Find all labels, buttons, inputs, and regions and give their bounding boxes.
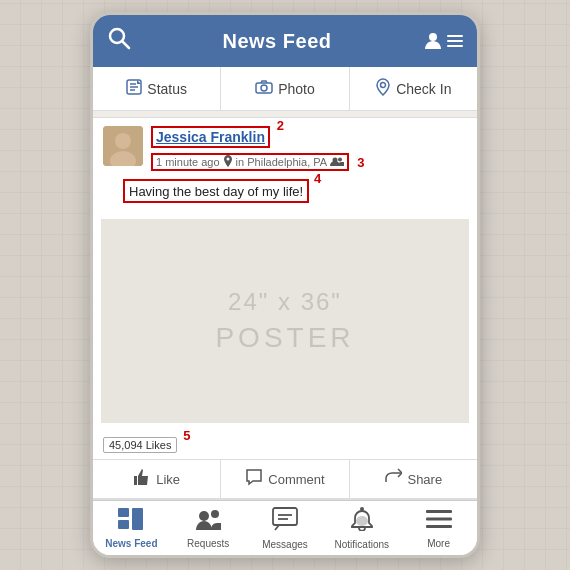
poster-size: 24" x 36"	[215, 288, 354, 316]
post-meta: Jessica Franklin 2 1 minute ago in	[151, 126, 467, 171]
nav-label-messages: Messages	[262, 539, 308, 550]
action-bar: Status Photo Check In	[93, 67, 477, 111]
status-icon	[126, 79, 142, 99]
user-name[interactable]: Jessica Franklin	[156, 129, 265, 145]
location-icon	[223, 155, 233, 169]
svg-line-1	[123, 42, 130, 49]
comment-button[interactable]: Comment	[221, 460, 349, 498]
nav-label-notifications: Notifications	[335, 539, 389, 550]
bottom-nav: News Feed Requests	[93, 500, 477, 555]
badge-2: 2	[277, 118, 284, 133]
svg-rect-18	[132, 508, 143, 530]
header-title: News Feed	[223, 30, 332, 53]
svg-rect-17	[118, 520, 129, 529]
svg-point-13	[226, 158, 229, 161]
search-icon[interactable]	[107, 26, 131, 56]
nav-item-notifications[interactable]: Notifications	[323, 501, 400, 555]
svg-rect-26	[426, 510, 452, 513]
likes-box: 45,094 Likes 5	[103, 437, 177, 453]
poster-image: 24" x 36" POSTER	[93, 211, 477, 431]
nav-label-more: More	[427, 538, 450, 549]
likes-count: 45,094 Likes	[109, 439, 171, 451]
header: News Feed	[93, 15, 477, 67]
post-text-box: Having the best day of my life! 4	[123, 179, 309, 203]
svg-point-19	[199, 511, 209, 521]
like-button[interactable]: Like	[93, 460, 221, 498]
share-button[interactable]: Share	[350, 460, 477, 498]
poster-placeholder: 24" x 36" POSTER	[215, 288, 354, 354]
post-text: Having the best day of my life!	[129, 184, 303, 199]
post-header: Jessica Franklin 2 1 minute ago in	[93, 118, 477, 175]
menu-lines	[447, 35, 463, 47]
poster-label: POSTER	[215, 322, 354, 354]
badge-4: 4	[314, 171, 321, 186]
notifications-icon	[351, 507, 373, 537]
badge-5: 5	[183, 428, 190, 443]
nav-label-requests: Requests	[187, 538, 229, 549]
interaction-bar: Like Comment Share	[93, 459, 477, 499]
post-time: 1 minute ago	[156, 156, 220, 168]
messages-icon	[272, 507, 298, 537]
svg-rect-21	[273, 508, 297, 525]
phone-frame: News Feed	[90, 12, 480, 558]
like-label: Like	[156, 472, 180, 487]
nav-item-news-feed[interactable]: News Feed	[93, 502, 170, 554]
status-label: Status	[147, 81, 187, 97]
avatar	[103, 126, 143, 166]
like-icon	[133, 468, 151, 490]
photo-label: Photo	[278, 81, 315, 97]
comment-label: Comment	[268, 472, 324, 487]
post-area: Jessica Franklin 2 1 minute ago in	[93, 117, 477, 500]
nav-item-more[interactable]: More	[400, 502, 477, 554]
more-icon	[426, 508, 452, 536]
share-icon	[384, 468, 402, 490]
avatar-image	[103, 126, 143, 166]
nav-item-messages[interactable]: Messages	[247, 501, 324, 555]
friends-icon	[330, 155, 344, 169]
svg-rect-27	[426, 518, 452, 521]
comment-icon	[245, 468, 263, 490]
status-button[interactable]: Status	[93, 67, 221, 110]
requests-icon	[195, 508, 221, 536]
profile-icon[interactable]	[423, 31, 463, 51]
share-label: Share	[407, 472, 442, 487]
photo-icon	[255, 80, 273, 98]
svg-point-20	[211, 510, 219, 518]
post-time-box: 1 minute ago in Philadelphia, PA	[151, 153, 349, 171]
svg-point-9	[381, 82, 386, 87]
checkin-label: Check In	[396, 81, 451, 97]
user-name-box: Jessica Franklin	[151, 126, 270, 148]
svg-rect-16	[118, 508, 129, 517]
checkin-button[interactable]: Check In	[350, 67, 477, 110]
post-location: in Philadelphia, PA	[236, 156, 328, 168]
nav-item-requests[interactable]: Requests	[170, 502, 247, 554]
svg-point-2	[429, 33, 437, 41]
badge-3: 3	[357, 155, 364, 170]
checkin-icon	[375, 78, 391, 100]
svg-rect-28	[426, 525, 452, 528]
news-feed-icon	[118, 508, 144, 536]
nav-label-news-feed: News Feed	[105, 538, 157, 549]
photo-button[interactable]: Photo	[221, 67, 349, 110]
svg-point-15	[338, 158, 342, 162]
post-time-row: 1 minute ago in Philadelphia, PA	[151, 153, 467, 171]
likes-bar: 45,094 Likes 5	[93, 431, 477, 459]
svg-point-11	[115, 133, 131, 149]
svg-point-8	[261, 85, 267, 91]
svg-point-25	[356, 516, 368, 526]
